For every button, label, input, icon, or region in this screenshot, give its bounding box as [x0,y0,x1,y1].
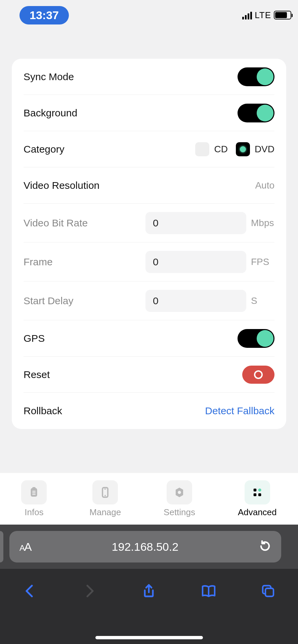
background-toggle[interactable] [238,104,274,122]
gps-label: GPS [24,333,45,344]
row-reset: Reset [24,357,274,393]
category-radio-cd[interactable] [195,142,209,156]
reset-label: Reset [24,369,50,380]
tabs-button[interactable] [258,581,278,601]
category-option-cd: CD [214,144,227,155]
frame-label: Frame [24,256,53,268]
row-background: Background [24,95,274,131]
safari-url-area: AA 192.168.50.2 [0,525,298,569]
reload-button[interactable] [259,540,271,553]
nav-infos-label: Infos [25,507,43,518]
reset-button[interactable] [242,366,274,384]
svg-rect-10 [253,488,256,491]
background-label: Background [24,107,77,119]
status-bar: 13:37 LTE [0,0,298,30]
status-right: LTE [242,10,291,20]
share-button[interactable] [139,581,159,601]
signal-icon [242,11,252,19]
video-resolution-label: Video Resolution [24,180,99,191]
nav-settings-label: Settings [164,507,195,518]
frame-input[interactable] [145,251,246,273]
start-delay-unit: S [251,296,274,306]
video-bit-rate-unit: Mbps [251,218,274,228]
start-delay-input[interactable] [145,290,246,312]
category-label: Category [24,144,65,155]
nav-advanced[interactable]: Advanced [238,480,277,518]
svg-rect-4 [33,494,36,495]
video-bit-rate-input[interactable] [145,212,246,234]
gear-icon [173,486,186,499]
app-bottom-nav: Infos Manage Settings Advanced [0,473,298,525]
row-video-resolution[interactable]: Video Resolution Auto [24,167,274,204]
reload-icon [259,540,271,552]
nav-manage-label: Manage [89,507,121,518]
url-text: 192.168.50.2 [112,540,179,553]
svg-point-6 [104,495,106,496]
row-frame: Frame FPS [24,243,274,281]
battery-icon [274,11,291,19]
circle-icon [254,370,263,379]
settings-card: Sync Mode Background Category CD DVD Vid… [12,59,286,429]
svg-rect-1 [33,487,36,489]
book-icon [201,583,217,599]
sync-mode-label: Sync Mode [24,71,74,83]
frame-unit: FPS [251,257,274,267]
tab-hint[interactable] [0,531,3,562]
detect-fallback-link[interactable]: Detect Fallback [205,405,274,417]
nav-settings[interactable]: Settings [164,480,195,518]
row-category: Category CD DVD [24,131,274,167]
video-resolution-value: Auto [255,180,274,191]
network-label: LTE [255,10,271,20]
category-radio-dvd[interactable] [236,142,250,156]
svg-rect-2 [33,491,36,492]
clipboard-icon [28,486,40,499]
svg-rect-3 [33,492,36,493]
nav-advanced-label: Advanced [238,507,277,518]
chevron-right-icon [81,583,97,599]
home-indicator[interactable] [95,636,203,639]
status-time-pill[interactable]: 13:37 [19,6,69,24]
sync-mode-toggle[interactable] [238,67,274,86]
nav-infos[interactable]: Infos [21,480,47,518]
tabs-icon [260,583,276,599]
rollback-label: Rollback [24,405,62,417]
safari-toolbar [0,569,298,644]
row-rollback: Rollback Detect Fallback [24,393,274,429]
row-sync-mode: Sync Mode [24,59,274,95]
svg-rect-13 [258,493,261,496]
text-size-button[interactable]: AA [19,540,31,553]
grid-icon [252,487,263,498]
svg-point-9 [178,491,181,494]
video-bit-rate-label: Video Bit Rate [24,217,88,229]
share-icon [141,583,157,599]
chevron-left-icon [22,583,38,599]
forward-button [79,581,99,601]
svg-rect-12 [253,493,256,496]
svg-rect-7 [104,488,106,489]
gps-toggle[interactable] [238,329,274,348]
category-option-dvd: DVD [255,144,274,155]
svg-rect-15 [265,588,273,596]
row-start-delay: Start Delay S [24,281,274,320]
svg-point-11 [258,488,261,491]
url-bar[interactable]: AA 192.168.50.2 [9,531,281,562]
nav-manage[interactable]: Manage [89,480,121,518]
bookmarks-button[interactable] [199,581,219,601]
start-delay-label: Start Delay [24,295,73,307]
phone-icon [99,486,112,499]
back-button[interactable] [20,581,40,601]
row-gps: GPS [24,320,274,357]
row-video-bit-rate: Video Bit Rate Mbps [24,204,274,243]
